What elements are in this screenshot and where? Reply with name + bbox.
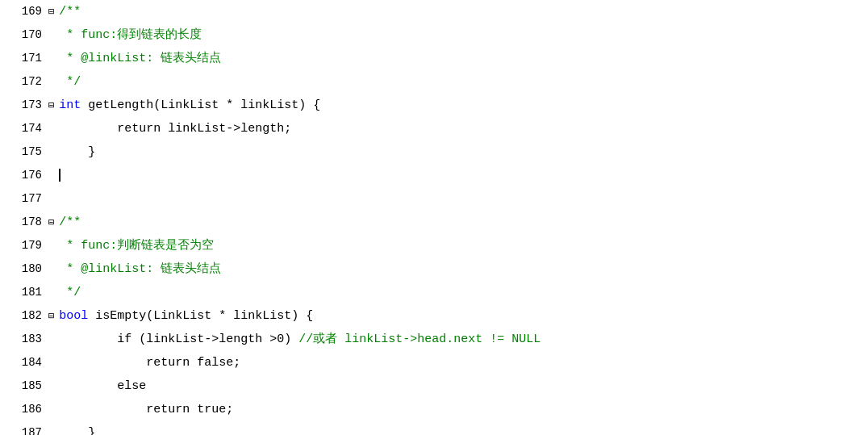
- fold-icon: [48, 422, 54, 435]
- code-line: 186 return true;: [0, 398, 868, 421]
- fold-icon: [48, 258, 54, 281]
- line-number: 175: [0, 140, 48, 163]
- fold-icon: [48, 399, 54, 421]
- line-number: 186: [0, 398, 48, 420]
- code-text: getLength(LinkList * linkList) {: [81, 98, 320, 112]
- comment: * func:判断链表是否为空: [59, 239, 214, 253]
- fold-icon: [48, 235, 54, 257]
- line-number: 184: [0, 351, 48, 374]
- code-line: 184 return false;: [0, 351, 868, 374]
- line-number: 177: [0, 187, 48, 210]
- fold-icon[interactable]: ⊟: [48, 305, 54, 328]
- code-line: 176: [0, 164, 868, 187]
- line-number: 174: [0, 117, 48, 140]
- keyword: bool: [59, 309, 88, 323]
- code-line: 170 * func:得到链表的长度: [0, 23, 868, 47]
- comment: * func:得到链表的长度: [59, 28, 202, 42]
- line-number: 172: [0, 70, 48, 93]
- code-line: 177: [0, 187, 868, 211]
- code-text: return linkList->length;: [59, 122, 291, 136]
- code-line: 181 */: [0, 281, 868, 304]
- fold-icon: [48, 375, 54, 398]
- line-number: 180: [0, 257, 48, 280]
- line-number: 171: [0, 47, 48, 69]
- fold-icon: [48, 328, 54, 351]
- code-line: 187 }: [0, 421, 868, 435]
- code-text: return false;: [59, 356, 240, 370]
- line-content: bool isEmpty(LinkList * linkList) {: [56, 305, 868, 328]
- code-line: 175 }: [0, 140, 868, 164]
- code-text: if (linkList->length >0): [59, 333, 298, 346]
- code-line: 173⊟int getLength(LinkList * linkList) {: [0, 94, 868, 117]
- line-number: 170: [0, 23, 48, 46]
- line-content: int getLength(LinkList * linkList) {: [56, 94, 868, 117]
- code-line: 185 else: [0, 374, 868, 398]
- line-content: if (linkList->length >0) //或者 linkList->…: [56, 328, 868, 351]
- line-content: }: [56, 422, 868, 435]
- comment: * @linkList: 链表头结点: [59, 262, 221, 276]
- comment: */: [59, 286, 81, 299]
- code-line: 174 return linkList->length;: [0, 117, 868, 140]
- comment: * @linkList: 链表头结点: [59, 52, 221, 65]
- line-content: /**: [56, 211, 868, 234]
- line-content: return linkList->length;: [56, 118, 868, 140]
- code-line: 182⊟bool isEmpty(LinkList * linkList) {: [0, 304, 868, 328]
- line-content: }: [56, 141, 868, 164]
- comment: */: [59, 75, 81, 89]
- code-text: }: [59, 145, 95, 159]
- line-content: return false;: [56, 352, 868, 374]
- line-content: * func:得到链表的长度: [56, 24, 868, 47]
- line-content: */: [56, 282, 868, 304]
- fold-icon[interactable]: ⊟: [48, 1, 54, 23]
- code-line: 169⊟/**: [0, 0, 868, 23]
- fold-icon: [48, 352, 54, 374]
- code-text: return true;: [59, 403, 233, 416]
- line-number: 179: [0, 234, 48, 257]
- line-number: 169: [0, 0, 48, 23]
- line-number: 182: [0, 304, 48, 327]
- line-content: else: [56, 375, 868, 398]
- code-line: 178⊟/**: [0, 211, 868, 234]
- line-number: 173: [0, 94, 48, 116]
- code-line: 183 if (linkList->length >0) //或者 linkLi…: [0, 328, 868, 351]
- fold-icon: [48, 165, 54, 187]
- fold-icon: [48, 282, 54, 304]
- fold-icon[interactable]: ⊟: [48, 211, 54, 234]
- keyword: int: [59, 98, 81, 112]
- fold-icon[interactable]: ⊟: [48, 94, 54, 117]
- code-line: 172 */: [0, 70, 868, 94]
- line-content: * @linkList: 链表头结点: [56, 258, 868, 281]
- line-content: * @linkList: 链表头结点: [56, 48, 868, 70]
- code-editor: 169⊟/**170 * func:得到链表的长度171 * @linkList…: [0, 0, 868, 435]
- code-text: }: [59, 426, 95, 435]
- line-content: return true;: [56, 399, 868, 421]
- code-line: 180 * @linkList: 链表头结点: [0, 257, 868, 281]
- comment: /**: [59, 215, 81, 229]
- comment: /**: [59, 5, 81, 19]
- fold-icon: [48, 118, 54, 140]
- line-number: 185: [0, 374, 48, 397]
- line-content: */: [56, 71, 868, 94]
- fold-icon: [48, 24, 54, 47]
- line-content: * func:判断链表是否为空: [56, 235, 868, 257]
- fold-icon: [48, 48, 54, 70]
- code-line: 171 * @linkList: 链表头结点: [0, 47, 868, 70]
- line-content: /**: [56, 1, 868, 23]
- line-number: 178: [0, 211, 48, 233]
- line-number: 181: [0, 281, 48, 303]
- code-line: 179 * func:判断链表是否为空: [0, 234, 868, 257]
- code-lines-container: 169⊟/**170 * func:得到链表的长度171 * @linkList…: [0, 0, 868, 435]
- line-content: [56, 165, 868, 187]
- line-number: 187: [0, 421, 48, 435]
- fold-icon: [48, 71, 54, 94]
- code-text: else: [59, 379, 146, 393]
- fold-icon: [48, 188, 54, 211]
- text-cursor: [59, 169, 61, 182]
- fold-icon: [48, 141, 54, 164]
- line-number: 176: [0, 164, 48, 186]
- code-text: isEmpty(LinkList * linkList) {: [88, 309, 313, 323]
- comment: //或者 linkList->head.next != NULL: [298, 333, 540, 346]
- line-number: 183: [0, 328, 48, 350]
